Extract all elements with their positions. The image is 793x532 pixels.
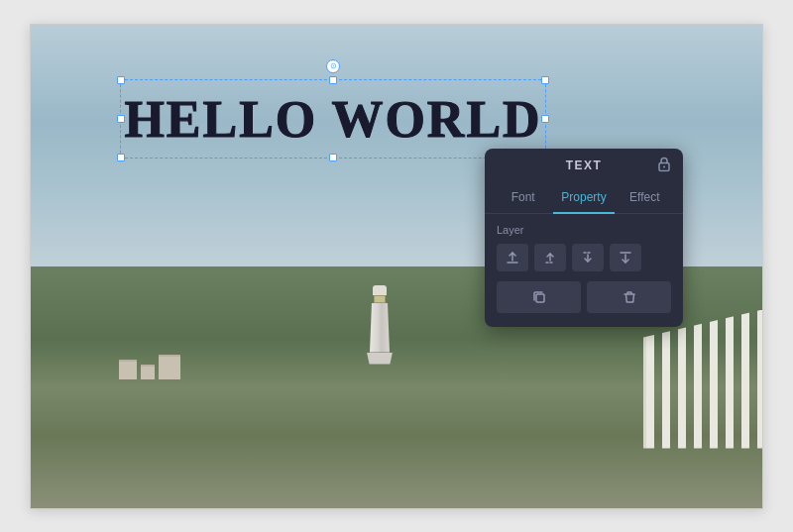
canvas-text[interactable]: HELLO WORLD <box>124 89 541 148</box>
panel-title: TEXT <box>566 159 603 172</box>
bring-to-front-button[interactable] <box>497 244 528 271</box>
rotate-handle[interactable]: ⊙ <box>326 59 340 73</box>
send-backward-button[interactable] <box>572 244 604 271</box>
text-panel: TEXT Font Property Effect Layer <box>485 149 683 327</box>
lighthouse-top <box>373 285 387 295</box>
bring-forward-icon <box>543 251 557 265</box>
bring-forward-button[interactable] <box>534 244 566 271</box>
lighthouse-base <box>367 353 393 365</box>
handle-bottom-left[interactable] <box>117 154 125 161</box>
bring-to-front-icon <box>506 251 519 265</box>
tab-property[interactable]: Property <box>553 182 614 214</box>
building-1 <box>119 360 137 379</box>
lighthouse-light <box>374 295 386 303</box>
panel-tabs: Font Property Effect <box>485 182 683 214</box>
svg-point-1 <box>663 165 665 167</box>
handle-top-middle[interactable] <box>329 76 337 84</box>
duplicate-icon <box>531 289 547 305</box>
tab-effect[interactable]: Effect <box>615 182 675 214</box>
handle-middle-right[interactable] <box>541 115 549 123</box>
panel-header: TEXT <box>485 149 683 182</box>
trash-icon <box>622 289 637 305</box>
layer-controls <box>497 244 671 271</box>
duplicate-button[interactable] <box>497 281 581 313</box>
send-to-back-button[interactable] <box>610 244 641 271</box>
send-backward-icon <box>581 251 595 265</box>
svg-rect-10 <box>536 294 544 302</box>
delete-button[interactable] <box>587 281 671 313</box>
text-selection-area[interactable]: ⊙ HELLO WORLD <box>120 79 546 159</box>
handle-top-right[interactable] <box>541 76 549 84</box>
panel-body: Layer <box>485 214 683 327</box>
lighthouse-body <box>370 303 390 353</box>
handle-bottom-middle[interactable] <box>329 154 337 161</box>
lighthouse <box>367 285 393 365</box>
buildings <box>119 355 180 379</box>
tab-font[interactable]: Font <box>493 182 553 214</box>
layer-section-label: Layer <box>497 224 671 236</box>
handle-top-left[interactable] <box>117 76 125 84</box>
send-to-back-icon <box>619 251 632 265</box>
canvas-wrapper: ⊙ HELLO WORLD TEXT <box>30 24 763 509</box>
action-buttons <box>497 281 671 313</box>
rotate-icon: ⊙ <box>330 61 337 70</box>
building-2 <box>141 365 155 379</box>
building-3 <box>159 355 180 379</box>
lock-icon[interactable] <box>657 156 671 174</box>
